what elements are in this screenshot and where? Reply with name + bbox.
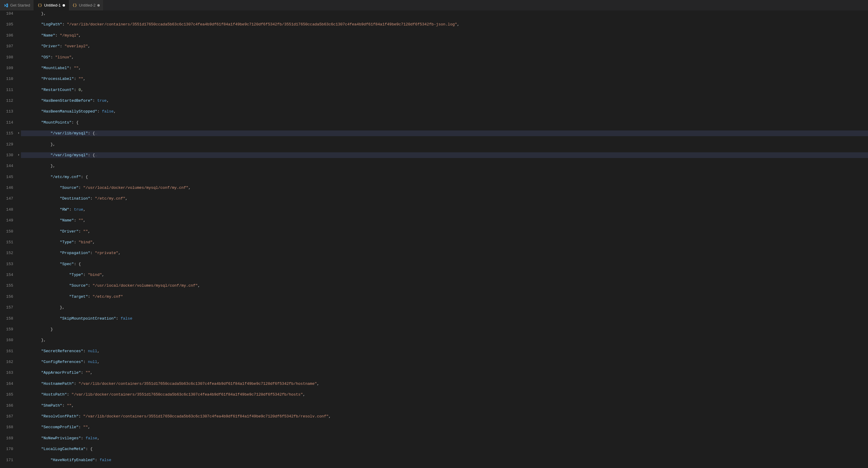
fold-gutter: [16, 120, 21, 125]
token-brace: }: [51, 327, 53, 332]
code-line[interactable]: "Source": "/usr/local/docker/volumes/mys…: [21, 185, 868, 191]
code-line[interactable]: "ConfigReferences": null,: [21, 359, 868, 365]
fold-gutter: [16, 11, 21, 16]
code-line[interactable]: "Type": "bind",: [21, 239, 868, 245]
token-key: "/etc/my.cnf": [51, 175, 81, 179]
token-key: "Driver": [60, 229, 79, 234]
code-line[interactable]: "LogPath": "/var/lib/docker/containers/3…: [21, 22, 868, 27]
token-punc: :: [55, 33, 60, 38]
token-punc: ,: [90, 370, 93, 375]
code-line[interactable]: "Propagation": "rprivate",: [21, 250, 868, 256]
code-line[interactable]: "Type": "bind",: [21, 272, 868, 278]
token-punc: :: [74, 262, 79, 266]
code-line[interactable]: "ProcessLabel": "",: [21, 76, 868, 82]
tab-label: Untitled-2: [79, 3, 96, 7]
code-line[interactable]: "SecretReferences": null,: [21, 348, 868, 354]
token-str: "/var/lib/docker/containers/3551d17650cc…: [67, 22, 457, 27]
code-line[interactable]: },: [21, 163, 868, 169]
tab-get-started[interactable]: Get Started: [0, 0, 34, 10]
fold-gutter: [16, 294, 21, 300]
line-number: 149: [0, 218, 16, 223]
token-punc: ,: [93, 240, 95, 244]
code-line[interactable]: "MountLabel": "",: [21, 65, 868, 71]
code-line[interactable]: "Target": "/etc/my.cnf": [21, 294, 868, 300]
tab-label: Get Started: [10, 3, 30, 7]
token-punc: :: [74, 88, 79, 92]
tab-untitled-2[interactable]: {}Untitled-2: [69, 0, 104, 10]
code-line[interactable]: "HasBeenStartedBefore": true,: [21, 98, 868, 104]
code-line[interactable]: }: [21, 327, 868, 332]
code-line[interactable]: "SeccompProfile": "",: [21, 424, 868, 430]
code-line[interactable]: "LocalLogCacheMeta": {: [21, 446, 868, 452]
code-line[interactable]: "Spec": {: [21, 261, 868, 267]
token-punc: ,: [43, 338, 46, 342]
token-str: "/etc/my.cnf": [95, 196, 125, 201]
code-line[interactable]: "Name": "/mysql",: [21, 33, 868, 38]
code-line[interactable]: "RW": true,: [21, 207, 868, 212]
code-line[interactable]: "NoNewPrivileges": false,: [21, 435, 868, 441]
token-punc: :: [79, 186, 83, 190]
token-punc: :: [88, 153, 93, 157]
token-key: "HasBeenManuallyStopped": [41, 109, 97, 114]
code-line[interactable]: "Driver": "overlay2",: [21, 43, 868, 49]
code-line[interactable]: "/var/log/mysql": {…: [21, 152, 868, 158]
code-line[interactable]: "Source": "/usr/local/docker/volumes/mys…: [21, 283, 868, 289]
line-number: 113: [0, 109, 16, 114]
code-line[interactable]: "Driver": "",: [21, 229, 868, 234]
code-line[interactable]: "SkipMountpointCreation": false: [21, 316, 868, 322]
code-line[interactable]: },: [21, 11, 868, 16]
token-punc: :: [74, 218, 79, 223]
json-file-icon: {}: [37, 3, 42, 7]
code-line[interactable]: "OS": "linux",: [21, 55, 868, 60]
code-line[interactable]: "HostnamePath": "/var/lib/docker/contain…: [21, 381, 868, 387]
code-line[interactable]: "/var/lib/mysql": {…: [21, 130, 868, 136]
tab-untitled-1[interactable]: {}Untitled-1: [34, 0, 69, 10]
token-punc: :: [79, 425, 83, 429]
code-line[interactable]: },: [21, 141, 868, 147]
line-number: 167: [0, 413, 16, 419]
token-punc: :: [74, 77, 79, 81]
fold-gutter: [16, 141, 21, 147]
fold-chevron-icon[interactable]: ›: [16, 130, 21, 136]
token-key: "MountLabel": [41, 66, 69, 70]
line-number: 148: [0, 207, 16, 212]
token-punc: :: [67, 392, 71, 397]
line-number: 160: [0, 337, 16, 343]
token-key: "RW": [60, 207, 69, 212]
code-line[interactable]: "Destination": "/etc/my.cnf",: [21, 196, 868, 201]
code-line[interactable]: "MountPoints": {: [21, 120, 868, 125]
token-key: "SkipMountpointCreation": [60, 316, 116, 321]
code-line[interactable]: },: [21, 337, 868, 343]
code-editor[interactable]: 104 },105 "LogPath": "/var/lib/docker/co…: [0, 11, 868, 468]
token-str: "": [74, 66, 79, 70]
fold-gutter: [16, 272, 21, 278]
code-line[interactable]: "HaveNotifyEnabled": false: [21, 457, 868, 463]
fold-gutter: [16, 413, 21, 419]
fold-gutter: [16, 403, 21, 408]
fold-gutter: [16, 261, 21, 267]
fold-gutter: [16, 55, 21, 60]
line-number: 166: [0, 403, 16, 408]
code-line[interactable]: "Name": "",: [21, 218, 868, 223]
token-punc: :: [97, 109, 102, 114]
fold-gutter: [16, 370, 21, 375]
token-key: "OS": [41, 55, 50, 60]
fold-gutter: [16, 65, 21, 71]
fold-chevron-icon[interactable]: ›: [16, 152, 21, 158]
code-line[interactable]: "HostsPath": "/var/lib/docker/containers…: [21, 392, 868, 397]
code-line[interactable]: "ShmPath": "",: [21, 403, 868, 408]
fold-gutter: [16, 283, 21, 289]
token-punc: ,: [118, 251, 121, 255]
code-line[interactable]: "RestartCount": 0,: [21, 87, 868, 93]
token-punc: ,: [53, 142, 55, 146]
line-number: 170: [0, 446, 16, 452]
code-line[interactable]: },: [21, 305, 868, 310]
code-line[interactable]: "/etc/my.cnf": {: [21, 174, 868, 180]
token-punc: ,: [97, 436, 100, 440]
fold-gutter: [16, 250, 21, 256]
token-key: "HostsPath": [41, 392, 67, 397]
code-line[interactable]: "AppArmorProfile": "",: [21, 370, 868, 375]
code-line[interactable]: "ResolvConfPath": "/var/lib/docker/conta…: [21, 413, 868, 419]
line-number: 153: [0, 261, 16, 267]
code-line[interactable]: "HasBeenManuallyStopped": false,: [21, 109, 868, 114]
